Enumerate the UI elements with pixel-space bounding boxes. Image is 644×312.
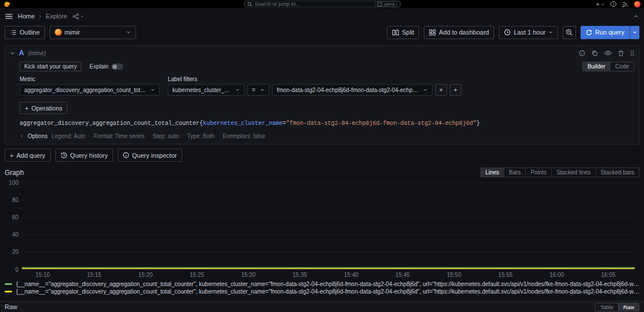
info-icon bbox=[123, 152, 129, 158]
keyboard-shortcut-badge: ctrl+k bbox=[375, 1, 397, 7]
shortcut-label: ctrl+k bbox=[384, 2, 394, 7]
filter-value-select[interactable]: fmon-data-stg2-04-echp8j6d-fmon-data-stg… bbox=[272, 84, 432, 96]
graph-mode-stacked-lines[interactable]: Stacked lines bbox=[551, 168, 595, 177]
remove-filter-button[interactable]: × bbox=[435, 84, 447, 96]
svg-text:16:00: 16:00 bbox=[549, 272, 564, 278]
search-field[interactable] bbox=[255, 1, 373, 7]
raw-mode-table[interactable]: Table bbox=[596, 303, 618, 311]
preview-close-brace: } bbox=[476, 120, 480, 127]
chevron-down-icon bbox=[548, 30, 553, 35]
option-meta-item: Legend: Auto bbox=[51, 133, 85, 139]
split-button[interactable]: Split bbox=[387, 26, 419, 39]
outline-label: Outline bbox=[20, 29, 40, 36]
graph-panel-title: Graph bbox=[5, 169, 24, 177]
filter-operator-select[interactable]: = bbox=[247, 84, 269, 96]
add-to-dashboard-label: Add to dashboard bbox=[439, 29, 489, 36]
remove-query-trash-icon[interactable] bbox=[618, 50, 624, 56]
graph-mode-stacked-bars[interactable]: Stacked bars bbox=[596, 168, 639, 177]
legend-item[interactable]: {__name__="aggregator_discovery_aggregat… bbox=[5, 280, 639, 288]
query-history-button[interactable]: Query history bbox=[55, 149, 113, 162]
search-input[interactable]: ctrl+k bbox=[244, 1, 401, 7]
raw-mode-raw[interactable]: Raw bbox=[618, 303, 639, 311]
run-query-dropdown[interactable] bbox=[630, 26, 639, 39]
new-menu-button[interactable]: + bbox=[596, 1, 605, 7]
split-icon bbox=[392, 29, 399, 36]
chevron-down-icon bbox=[601, 2, 605, 6]
svg-text:80: 80 bbox=[12, 197, 19, 203]
breadcrumb: Home Explore bbox=[18, 13, 67, 20]
svg-text:16:05: 16:05 bbox=[601, 272, 615, 278]
user-avatar[interactable] bbox=[634, 1, 641, 7]
breadcrumb-home[interactable]: Home bbox=[18, 13, 35, 20]
metric-value: aggregator_discovery_aggregation_count_t… bbox=[24, 87, 147, 93]
query-inspector-label: Query inspector bbox=[132, 152, 177, 159]
add-query-label: Add query bbox=[16, 152, 45, 159]
editor-mode-builder[interactable]: Builder bbox=[583, 62, 610, 71]
breadcrumb-bar: Home Explore bbox=[0, 8, 644, 24]
add-operation-button[interactable]: + Operations bbox=[20, 102, 67, 114]
query-inspector-button[interactable]: Query inspector bbox=[118, 149, 182, 162]
filter-operator-value: = bbox=[252, 87, 255, 93]
query-actions-row: + Add query Query history Query inspecto… bbox=[5, 149, 639, 162]
editor-mode-code[interactable]: Code bbox=[610, 62, 634, 71]
time-range-picker[interactable]: Last 1 hour bbox=[499, 26, 558, 39]
outline-button[interactable]: Outline bbox=[5, 26, 45, 39]
add-query-button[interactable]: + Add query bbox=[5, 149, 51, 162]
graph-style-toggle: LinesBarsPointsStacked linesStacked bars bbox=[480, 168, 639, 177]
time-range-label: Last 1 hour bbox=[514, 29, 545, 36]
explain-label: Explain bbox=[89, 63, 108, 70]
editor-mode-toggle: BuilderCode bbox=[582, 62, 634, 71]
svg-text:15:35: 15:35 bbox=[292, 272, 307, 278]
share-shortcut-button[interactable] bbox=[73, 13, 84, 20]
collapse-top-icon[interactable] bbox=[634, 14, 639, 19]
help-icon[interactable]: ? bbox=[611, 1, 616, 7]
svg-text:40: 40 bbox=[12, 231, 19, 238]
metric-label: Metric bbox=[20, 76, 160, 82]
grafana-logo-icon[interactable] bbox=[3, 1, 10, 7]
datasource-picker[interactable]: mimir bbox=[50, 26, 136, 39]
split-label: Split bbox=[402, 29, 414, 36]
chevron-down-icon bbox=[150, 87, 155, 92]
svg-text:15:10: 15:10 bbox=[35, 272, 50, 278]
add-to-dashboard-button[interactable]: Add to dashboard bbox=[424, 26, 494, 39]
options-summary: Legend: AutoFormat: Time seriesStep: aut… bbox=[51, 133, 265, 139]
breadcrumb-current: Explore bbox=[46, 13, 67, 20]
options-expand-icon[interactable] bbox=[20, 134, 24, 138]
duplicate-query-icon[interactable] bbox=[592, 50, 598, 56]
hide-response-eye-icon[interactable] bbox=[604, 50, 612, 56]
graph-mode-lines[interactable]: Lines bbox=[481, 168, 504, 177]
metric-select[interactable]: aggregator_discovery_aggregation_count_t… bbox=[20, 84, 160, 96]
mimir-logo-icon bbox=[55, 29, 62, 36]
graph-mode-points[interactable]: Points bbox=[525, 168, 551, 177]
dashboard-grid-icon bbox=[429, 29, 436, 36]
chevron-down-icon bbox=[260, 87, 265, 92]
svg-text:60: 60 bbox=[12, 214, 19, 220]
legend-item[interactable]: {__name__="aggregator_discovery_aggregat… bbox=[5, 288, 639, 295]
query-ref-id[interactable]: A bbox=[19, 49, 24, 57]
option-meta-item: Type: Both bbox=[187, 133, 214, 139]
legend-series-label: {__name__="aggregator_discovery_aggregat… bbox=[16, 288, 639, 295]
run-query-button[interactable]: Run query bbox=[581, 26, 630, 39]
outline-icon bbox=[10, 29, 17, 36]
collapse-query-icon[interactable] bbox=[10, 51, 15, 56]
chevron-down-icon bbox=[80, 14, 84, 18]
filter-value: fmon-data-stg2-04-echp8j6d-fmon-data-stg… bbox=[277, 87, 420, 93]
kickstart-query-button[interactable]: Kick start your query bbox=[20, 62, 81, 71]
explain-control: Explain bbox=[89, 63, 123, 70]
menu-toggle-icon[interactable] bbox=[5, 13, 13, 20]
preview-metric: aggregator_discovery_aggregation_count_t… bbox=[20, 120, 199, 127]
chevron-down-icon bbox=[632, 30, 637, 35]
explain-toggle[interactable] bbox=[111, 63, 123, 70]
kickstart-label: Kick start your query bbox=[24, 63, 77, 70]
info-icon[interactable] bbox=[579, 50, 585, 56]
filter-key-select[interactable]: kubernetes_cluster_name bbox=[168, 84, 244, 96]
preview-label-name: kubernetes_cluster_name bbox=[203, 120, 283, 127]
zoom-out-button[interactable] bbox=[563, 26, 576, 39]
options-label[interactable]: Options bbox=[28, 133, 47, 139]
news-icon[interactable] bbox=[622, 1, 628, 7]
graph-mode-bars[interactable]: Bars bbox=[504, 168, 526, 177]
drag-handle-icon[interactable] bbox=[630, 50, 634, 56]
top-navigation-bar: ctrl+k + ? bbox=[0, 0, 644, 8]
add-filter-button[interactable]: + bbox=[450, 84, 461, 96]
time-series-chart[interactable]: 02040608010015:1015:1515:2015:2515:3015:… bbox=[5, 178, 639, 280]
